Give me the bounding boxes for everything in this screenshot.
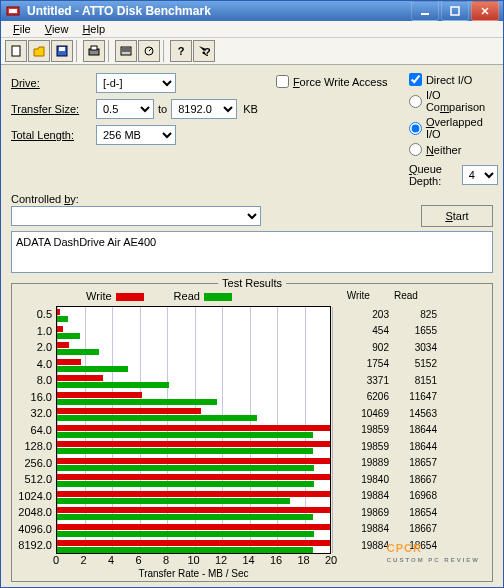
force-write-checkbox[interactable]: Force Write Access xyxy=(276,75,391,88)
menubar: File View Help xyxy=(1,21,503,38)
description-textarea[interactable]: ADATA DashDrive Air AE400 xyxy=(11,231,493,273)
value-row: 33718151 xyxy=(341,372,437,389)
svg-rect-10 xyxy=(91,46,97,50)
y-tick: 256.0 xyxy=(18,455,52,472)
y-tick: 8192.0 xyxy=(18,537,52,554)
run-button[interactable] xyxy=(138,40,160,62)
chart-plot xyxy=(56,306,331,554)
y-tick: 64.0 xyxy=(18,422,52,439)
transfer-from-select[interactable]: 0.5 xyxy=(96,99,154,119)
legend-read: Read xyxy=(174,290,232,302)
drive-select[interactable]: [-d-] xyxy=(96,73,176,93)
svg-rect-2 xyxy=(421,13,429,15)
y-tick: 4096.0 xyxy=(18,521,52,538)
total-length-select[interactable]: 256 MB xyxy=(96,125,176,145)
menu-help[interactable]: Help xyxy=(76,21,111,37)
overlapped-io-radio[interactable]: Overlapped I/O xyxy=(409,116,498,140)
y-tick: 128.0 xyxy=(18,438,52,455)
settings-button[interactable] xyxy=(115,40,137,62)
value-row: 1046914563 xyxy=(341,405,437,422)
start-button[interactable]: Start xyxy=(421,205,493,227)
app-icon xyxy=(5,3,21,19)
y-tick: 4.0 xyxy=(18,356,52,373)
transfer-unit: KB xyxy=(243,103,258,115)
y-tick: 512.0 xyxy=(18,471,52,488)
value-row: 203825 xyxy=(341,306,437,323)
to-label: to xyxy=(158,103,167,115)
window-title: Untitled - ATTO Disk Benchmark xyxy=(27,4,411,18)
value-row: 1984018667 xyxy=(341,471,437,488)
maximize-button[interactable] xyxy=(441,1,469,21)
x-axis-label: Transfer Rate - MB / Sec xyxy=(56,568,331,579)
value-row: 1985918644 xyxy=(341,438,437,455)
y-tick: 1.0 xyxy=(18,323,52,340)
value-row: 1988918657 xyxy=(341,455,437,472)
print-button[interactable] xyxy=(83,40,105,62)
neither-radio[interactable]: Neither xyxy=(409,143,498,156)
svg-text:?: ? xyxy=(204,46,211,58)
queue-depth-select[interactable]: 4 xyxy=(462,165,498,185)
drive-label: Drive: xyxy=(11,77,96,89)
value-row: 620611647 xyxy=(341,389,437,406)
results-panel: Test Results Write Read Write Read 0.51.… xyxy=(11,283,493,582)
svg-rect-3 xyxy=(451,7,459,15)
save-button[interactable] xyxy=(51,40,73,62)
y-tick: 2048.0 xyxy=(18,504,52,521)
legend-write: Write xyxy=(86,290,143,302)
total-length-label: Total Length: xyxy=(11,129,96,141)
y-tick: 32.0 xyxy=(18,405,52,422)
svg-rect-1 xyxy=(9,9,17,13)
value-row: 9023034 xyxy=(341,339,437,356)
value-row: 1985918644 xyxy=(341,422,437,439)
minimize-button[interactable] xyxy=(411,1,439,21)
help-button[interactable]: ? xyxy=(170,40,192,62)
col-read-header: Read xyxy=(370,290,418,302)
results-title: Test Results xyxy=(218,277,286,289)
queue-depth-label: Queue Depth: xyxy=(409,163,456,187)
direct-io-checkbox[interactable]: Direct I/O xyxy=(409,73,498,86)
transfer-to-select[interactable]: 8192.0 xyxy=(171,99,237,119)
value-row: 4541655 xyxy=(341,323,437,340)
watermark: CPCRCUSTOM PC REVIEW xyxy=(387,534,480,563)
controlled-by-label: Controlled by: xyxy=(11,193,79,205)
svg-line-15 xyxy=(149,48,152,51)
close-button[interactable] xyxy=(471,1,499,21)
transfer-size-label: Transfer Size: xyxy=(11,103,96,115)
value-row: 17545152 xyxy=(341,356,437,373)
menu-view[interactable]: View xyxy=(39,21,75,37)
value-row: 1986918654 xyxy=(341,504,437,521)
svg-rect-6 xyxy=(12,46,20,56)
toolbar: ? ? xyxy=(1,38,503,65)
context-help-button[interactable]: ? xyxy=(193,40,215,62)
y-tick: 0.5 xyxy=(18,306,52,323)
new-button[interactable] xyxy=(5,40,27,62)
menu-file[interactable]: File xyxy=(7,21,37,37)
svg-rect-8 xyxy=(59,47,65,51)
y-tick: 16.0 xyxy=(18,389,52,406)
open-button[interactable] xyxy=(28,40,50,62)
y-tick: 2.0 xyxy=(18,339,52,356)
io-comparison-radio[interactable]: I/O Comparison xyxy=(409,89,498,113)
controlled-by-select[interactable] xyxy=(11,206,261,226)
value-row: 1988416968 xyxy=(341,488,437,505)
col-write-header: Write xyxy=(322,290,370,302)
y-tick: 8.0 xyxy=(18,372,52,389)
y-tick: 1024.0 xyxy=(18,488,52,505)
